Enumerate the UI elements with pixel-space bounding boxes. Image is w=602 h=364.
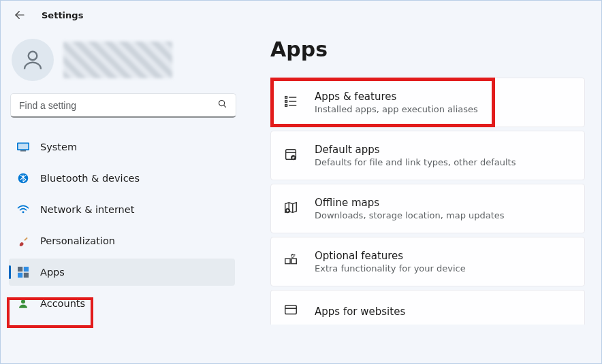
sidebar-item-label: Network & internet bbox=[40, 204, 134, 215]
card-subtitle: Installed apps, app execution aliases bbox=[315, 104, 478, 114]
search-input[interactable] bbox=[19, 100, 217, 111]
brush-icon bbox=[17, 235, 29, 247]
sidebar-item-personalization[interactable]: Personalization bbox=[9, 227, 235, 254]
card-title: Optional features bbox=[315, 250, 466, 262]
titlebar: Settings bbox=[1, 1, 601, 29]
system-icon bbox=[17, 141, 29, 153]
sidebar-item-label: Apps bbox=[40, 267, 65, 278]
svg-rect-11 bbox=[18, 273, 22, 278]
sidebar-item-network[interactable]: Network & internet bbox=[9, 196, 235, 223]
svg-rect-15 bbox=[285, 100, 287, 102]
sidebar-item-system[interactable]: System bbox=[9, 133, 235, 161]
svg-rect-26 bbox=[285, 259, 290, 263]
svg-line-3 bbox=[224, 105, 226, 107]
card-subtitle: Extra functionality for your device bbox=[315, 263, 466, 274]
svg-point-13 bbox=[21, 299, 25, 303]
wifi-icon bbox=[17, 203, 29, 216]
app-title: Settings bbox=[42, 10, 83, 20]
sidebar-item-apps[interactable]: Apps bbox=[9, 259, 235, 286]
avatar bbox=[12, 39, 54, 81]
svg-rect-5 bbox=[18, 144, 29, 149]
profile-block[interactable] bbox=[7, 29, 236, 93]
card-title: Apps & features bbox=[315, 90, 478, 103]
svg-point-1 bbox=[29, 52, 37, 61]
card-title: Default apps bbox=[315, 144, 516, 156]
card-apps-and-features[interactable]: Apps & features Installed apps, app exec… bbox=[270, 78, 585, 127]
accounts-icon bbox=[17, 297, 29, 310]
search-icon bbox=[217, 99, 227, 112]
card-default-apps[interactable]: Default apps Defaults for file and link … bbox=[270, 131, 585, 180]
svg-rect-6 bbox=[20, 150, 26, 152]
default-apps-icon bbox=[283, 147, 298, 165]
svg-rect-31 bbox=[285, 305, 297, 314]
card-subtitle: Downloads, storage location, map updates bbox=[315, 210, 505, 220]
page-title: Apps bbox=[270, 37, 585, 61]
sidebar-item-label: Accounts bbox=[40, 298, 85, 309]
card-offline-maps[interactable]: Offline maps Downloads, storage location… bbox=[270, 184, 585, 233]
card-title: Offline maps bbox=[315, 197, 505, 209]
sidebar-item-label: Bluetooth & devices bbox=[40, 173, 140, 184]
svg-rect-27 bbox=[291, 259, 296, 263]
svg-rect-14 bbox=[285, 96, 287, 98]
svg-rect-9 bbox=[18, 267, 22, 271]
card-title: Apps for websites bbox=[315, 305, 405, 318]
sidebar-item-bluetooth[interactable]: Bluetooth & devices bbox=[9, 165, 235, 192]
svg-rect-10 bbox=[24, 267, 29, 271]
svg-rect-12 bbox=[24, 273, 29, 278]
apps-icon bbox=[17, 266, 29, 278]
card-optional-features[interactable]: Optional features Extra functionality fo… bbox=[270, 237, 585, 286]
svg-rect-28 bbox=[291, 254, 294, 257]
list-icon bbox=[283, 94, 298, 112]
sidebar-item-label: Personalization bbox=[40, 235, 115, 246]
card-apps-for-websites[interactable]: Apps for websites bbox=[270, 290, 585, 325]
sidebar-nav: System Bluetooth & devices Network & int… bbox=[7, 130, 236, 317]
user-name-redacted bbox=[63, 42, 172, 78]
search-box[interactable] bbox=[10, 93, 236, 118]
back-button[interactable] bbox=[12, 7, 28, 23]
map-icon bbox=[283, 200, 298, 218]
svg-point-8 bbox=[22, 211, 25, 213]
bluetooth-icon bbox=[17, 172, 29, 184]
sidebar-item-accounts[interactable]: Accounts bbox=[9, 290, 235, 317]
card-subtitle: Defaults for file and link types, other … bbox=[315, 157, 516, 167]
svg-rect-16 bbox=[285, 104, 287, 106]
optional-features-icon bbox=[283, 253, 298, 271]
svg-point-2 bbox=[219, 101, 225, 106]
sidebar-item-label: System bbox=[40, 142, 77, 152]
websites-icon bbox=[283, 303, 298, 320]
